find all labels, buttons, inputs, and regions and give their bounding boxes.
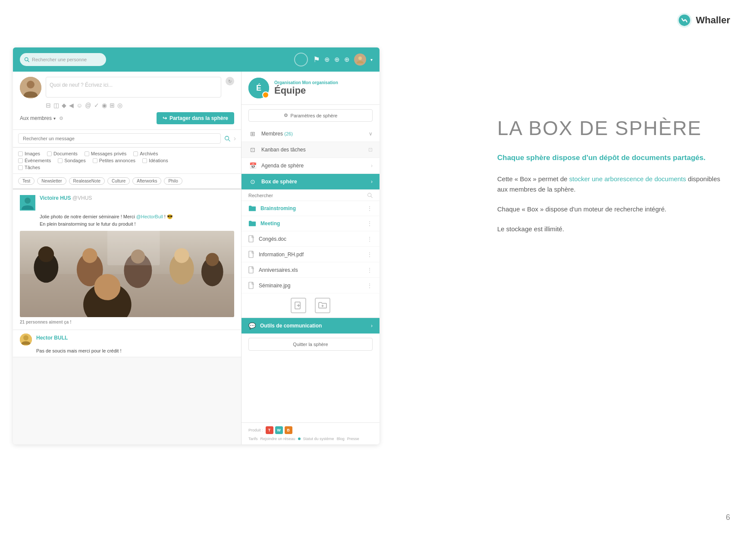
gear-icon: ⚙ [284,113,288,118]
menu-item-box[interactable]: ⊙ Box de sphère › [242,174,380,190]
file-seminaire-menu-icon[interactable]: ⋮ [367,282,373,289]
filter-evenements[interactable]: Évènements [18,158,51,163]
tag-culture[interactable]: Culture [107,177,130,185]
svg-point-15 [82,248,97,263]
svg-text:É: É [256,83,261,92]
members-label: Membres (26) [261,131,364,137]
refresh-icon[interactable]: ↻ [226,77,234,85]
filter-taches[interactable]: Tâches [18,165,40,170]
file-conges-menu-icon[interactable]: ⋮ [367,236,373,242]
filter-petites-annonces[interactable]: Petites annonces [93,158,135,163]
tool-check-icon[interactable]: ✓ [94,102,99,109]
meeting-photo-svg [20,231,234,317]
tool-circle-icon[interactable]: ◎ [117,102,122,109]
share-button[interactable]: ↪ Partager dans la sphère [157,112,234,124]
sphere-name: Équipe [274,85,338,96]
folder-meeting-menu-icon[interactable]: ⋮ [367,220,373,227]
box-search-input[interactable] [248,193,364,198]
tag-philo[interactable]: Philo [164,177,182,185]
filter-messages-checkbox[interactable] [85,151,89,156]
filter-ideations-checkbox[interactable] [142,158,147,163]
add-circle-2-icon[interactable]: ⊕ [334,56,340,63]
filter-sondages-label: Sondages [64,158,86,163]
footer-rejoindre[interactable]: Rejoindre un réseau [260,437,295,441]
audience-settings-icon: ⚙ [59,116,63,121]
menu-item-membres[interactable]: ⊞ Membres (26) ∨ [242,126,380,142]
svg-line-2 [28,60,29,62]
message-search-input[interactable] [18,133,221,144]
tag-test[interactable]: Test [18,177,35,185]
file-information-rh[interactable]: Information_RH.pdf ⋮ [242,247,380,262]
tool-emoji-icon[interactable]: ☺ [76,102,82,109]
file-seminaire[interactable]: Séminaire.jpg ⋮ [242,278,380,293]
footer-statut[interactable]: Statut du système [303,437,334,441]
menu-item-kanban[interactable]: ⊡ Kanban des tâches ⊡ [242,142,380,158]
file-anniversaires-menu-icon[interactable]: ⋮ [367,267,373,274]
flag-icon[interactable]: ⚑ [313,55,320,64]
add-circle-1-icon[interactable]: ⊕ [324,56,330,63]
filter-archives-checkbox[interactable] [133,151,138,156]
composer-input[interactable]: Quoi de neuf ? Écrivez ici... [46,77,221,98]
quitter-button[interactable]: Quitter la sphère [248,338,373,351]
comm-tools-item[interactable]: 💬 Outils de communication › [242,318,380,334]
file-conges[interactable]: Congés.doc ⋮ [242,231,380,247]
folder-brainstroming[interactable]: Brainstroming ⋮ [242,201,380,216]
footer-tarifs[interactable]: Tarifs [248,437,258,441]
filter-petites-annonces-checkbox[interactable] [93,158,97,163]
file-anniversaires[interactable]: Anniversaires.xls ⋮ [242,262,380,278]
footer-blog[interactable]: Blog [337,437,345,441]
filter-sondages-checkbox[interactable] [58,158,63,163]
hector-name[interactable]: Hector BULL [36,335,68,341]
mention-hectorbull[interactable]: @HectorBull [136,214,163,219]
tool-tag-icon[interactable]: ◆ [62,102,66,109]
victoire-name[interactable]: Victoire HUS @VHUS [40,195,92,201]
footer-presse[interactable]: Presse [347,437,359,441]
comm-tools-icon: 💬 [248,322,256,329]
filter-messages-prives[interactable]: Messages privés [85,151,127,156]
composer-avatar [20,77,41,98]
filter-documents[interactable]: Documents [47,151,78,156]
folder-brainstroming-menu-icon[interactable]: ⋮ [367,205,373,212]
add-folder-button[interactable] [315,298,330,313]
tag-afterworks[interactable]: Afterworks [132,177,161,185]
main-content: Rechercher une personne ⚑ ⊕ ⊕ ⊕ ▾ [13,47,743,444]
file-seminaire-label: Séminaire.jpg [259,283,362,289]
composer-top: Quoi de neuf ? Écrivez ici... ↻ [20,77,234,98]
params-button[interactable]: ⚙ Paramètres de sphère [248,109,373,122]
footer-links: Tarifs Rejoindre un réseau Statut du sys… [248,437,359,441]
tag-newsletter[interactable]: Newsletter [37,177,66,185]
filter-images[interactable]: Images [18,151,40,156]
user-avatar[interactable] [354,54,366,66]
topbar-sphere-avatar [294,53,308,66]
tool-grid-icon[interactable]: ⊞ [110,102,115,109]
add-file-button[interactable] [291,298,306,313]
filter-archives[interactable]: Archivés [133,151,158,156]
tool-eye-icon[interactable]: ◉ [102,102,107,109]
add-circle-3-icon[interactable]: ⊕ [344,56,350,63]
person-search-bar[interactable]: Rechercher une personne [20,53,106,66]
tool-file-icon[interactable]: ◫ [53,102,59,109]
file-rh-menu-icon[interactable]: ⋮ [367,251,373,258]
menu-item-agenda[interactable]: 📅 Agenda de sphère › [242,158,380,174]
audience-selector[interactable]: Aux membres ▾ ⚙ [20,115,63,121]
feed-search-next-icon[interactable]: › [234,135,236,142]
svg-point-23 [94,274,120,300]
subtitle: Chaque sphère dispose d'un dépôt de docu… [497,152,721,164]
tool-send-icon[interactable]: ◀ [69,102,74,109]
tool-camera-icon[interactable]: ⊟ [46,102,51,109]
victoire-author-info: Victoire HUS @VHUS [40,195,92,211]
tool-at-icon[interactable]: @ [85,102,91,109]
hector-author-info: Hector BULL [36,334,68,346]
agenda-chevron-icon: › [371,163,373,169]
folder-meeting[interactable]: Meeting ⋮ [242,216,380,231]
filter-sondages[interactable]: Sondages [58,158,86,163]
filter-documents-checkbox[interactable] [47,151,52,156]
body-paragraph-3: Le stockage est illimité. [497,224,721,234]
tag-releasenote[interactable]: RealeaseNote [69,177,105,185]
filter-taches-checkbox[interactable] [18,165,23,170]
filter-images-checkbox[interactable] [18,151,23,156]
filter-evenements-checkbox[interactable] [18,158,23,163]
filter-ideations[interactable]: Idéations [142,158,168,163]
svg-rect-24 [107,231,160,265]
feed-column: Quoi de neuf ? Écrivez ici... ↻ ⊟ ◫ ◆ ◀ … [13,72,242,444]
